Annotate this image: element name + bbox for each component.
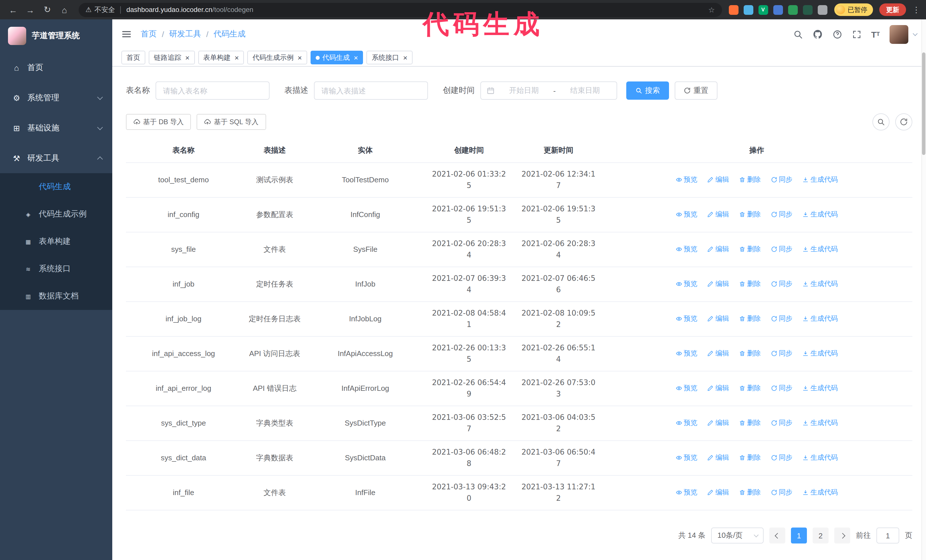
sidebar-item-2[interactable]: ⊞基础设施 [0, 113, 112, 143]
people-extension-icon[interactable] [773, 5, 783, 15]
generate-code-link[interactable]: 生成代码 [803, 452, 838, 463]
edit-link[interactable]: 编辑 [707, 417, 729, 429]
edit-link[interactable]: 编辑 [707, 313, 729, 325]
delete-link[interactable]: 删除 [739, 417, 761, 429]
tab-3[interactable]: 代码生成示例× [247, 51, 307, 64]
search-icon[interactable] [793, 29, 803, 39]
generate-code-link[interactable]: 生成代码 [803, 383, 838, 394]
sidebar-item-3[interactable]: ⚒研发工具 [0, 143, 112, 173]
security-warning[interactable]: 不安全 [95, 5, 115, 15]
fullscreen-icon[interactable] [852, 29, 861, 39]
sidebar-subitem-1[interactable]: ◈代码生成示例 [0, 201, 112, 228]
prev-page-button[interactable] [769, 528, 785, 543]
preview-link[interactable]: 预览 [676, 487, 698, 498]
tab-1[interactable]: 链路追踪× [149, 51, 195, 64]
reset-button[interactable]: 重置 [675, 82, 717, 100]
preview-link[interactable]: 预览 [676, 313, 698, 325]
sidebar-subitem-3[interactable]: ≋系统接口 [0, 255, 112, 282]
edit-link[interactable]: 编辑 [707, 383, 729, 394]
sync-link[interactable]: 同步 [771, 487, 792, 498]
preview-link[interactable]: 预览 [676, 243, 698, 255]
page-button-1[interactable]: 1 [791, 528, 807, 543]
card-extension-icon[interactable] [788, 5, 797, 15]
window-scrollbar[interactable] [921, 20, 926, 560]
next-page-button[interactable] [834, 528, 850, 543]
profile-paused-badge[interactable]: 已暂停 [834, 3, 873, 16]
browser-menu-icon[interactable]: ⋮ [912, 5, 920, 14]
preview-link[interactable]: 预览 [676, 278, 698, 290]
bookmark-star-icon[interactable]: ☆ [708, 5, 715, 14]
address-bar[interactable]: ⚠ 不安全 dashboard.yudao.iocoder.cn /tool/c… [79, 3, 722, 17]
delete-link[interactable]: 删除 [739, 278, 761, 290]
edit-link[interactable]: 编辑 [707, 452, 729, 463]
preview-link[interactable]: 预览 [676, 383, 698, 394]
close-icon[interactable]: × [185, 54, 189, 61]
tab-4-active[interactable]: 代码生成× [310, 51, 363, 64]
preview-link[interactable]: 预览 [676, 452, 698, 463]
leaf-extension-icon[interactable] [803, 5, 812, 15]
delete-link[interactable]: 删除 [739, 383, 761, 394]
edit-link[interactable]: 编辑 [707, 278, 729, 290]
generate-code-link[interactable]: 生成代码 [803, 313, 838, 325]
delete-link[interactable]: 删除 [739, 313, 761, 325]
chevron-down-icon[interactable] [913, 31, 918, 36]
forward-icon[interactable]: → [23, 5, 38, 15]
scrollbar-thumb[interactable] [922, 53, 925, 155]
goto-page-input[interactable] [876, 528, 899, 543]
sync-link[interactable]: 同步 [771, 383, 792, 394]
preview-link[interactable]: 预览 [676, 417, 698, 429]
preview-link[interactable]: 预览 [676, 348, 698, 359]
generate-code-link[interactable]: 生成代码 [803, 243, 838, 255]
sidebar-subitem-0[interactable]: 代码生成 [0, 173, 112, 201]
sidebar-item-0[interactable]: ⌂首页 [0, 53, 112, 83]
v-green-extension-icon[interactable]: V [758, 5, 768, 15]
generate-code-link[interactable]: 生成代码 [803, 174, 838, 186]
fox-extension-icon[interactable] [729, 5, 738, 15]
tab-0[interactable]: 首页 [121, 51, 145, 64]
sidebar-item-1[interactable]: ⚙系统管理 [0, 83, 112, 113]
help-icon[interactable] [832, 29, 842, 39]
edit-link[interactable]: 编辑 [707, 243, 729, 255]
close-icon[interactable]: × [354, 54, 358, 61]
close-icon[interactable]: × [235, 54, 239, 61]
delete-link[interactable]: 删除 [739, 209, 761, 220]
delete-link[interactable]: 删除 [739, 452, 761, 463]
sync-link[interactable]: 同步 [771, 417, 792, 429]
edit-link[interactable]: 编辑 [707, 487, 729, 498]
page-button-2[interactable]: 2 [813, 528, 829, 543]
puzzle-extension-icon[interactable] [817, 5, 827, 15]
breadcrumb-item-1[interactable]: 研发工具 [169, 29, 201, 39]
preview-link[interactable]: 预览 [676, 209, 698, 220]
table-name-input[interactable] [156, 82, 269, 100]
delete-link[interactable]: 删除 [739, 487, 761, 498]
edit-link[interactable]: 编辑 [707, 209, 729, 220]
close-icon[interactable]: × [298, 54, 302, 61]
preview-link[interactable]: 预览 [676, 174, 698, 186]
sidebar-toggle-icon[interactable] [121, 29, 132, 39]
delete-link[interactable]: 删除 [739, 174, 761, 186]
date-range-picker[interactable]: 开始日期 - 结束日期 [480, 82, 617, 100]
water-drop-extension-icon[interactable] [743, 5, 753, 15]
user-avatar[interactable] [890, 25, 908, 44]
home-icon[interactable]: ⌂ [57, 5, 72, 15]
toggle-search-button[interactable] [872, 113, 890, 130]
sync-link[interactable]: 同步 [771, 313, 792, 325]
breadcrumb-item-2[interactable]: 代码生成 [214, 29, 246, 39]
generate-code-link[interactable]: 生成代码 [803, 209, 838, 220]
sidebar-subitem-4[interactable]: ▥数据库文档 [0, 282, 112, 310]
refresh-table-button[interactable] [895, 113, 912, 130]
delete-link[interactable]: 删除 [739, 243, 761, 255]
tab-2[interactable]: 表单构建× [198, 51, 244, 64]
sync-link[interactable]: 同步 [771, 209, 792, 220]
back-icon[interactable]: ← [6, 5, 21, 15]
import-db-button[interactable]: 基于 DB 导入 [126, 114, 191, 130]
sync-link[interactable]: 同步 [771, 243, 792, 255]
sync-link[interactable]: 同步 [771, 174, 792, 186]
page-size-select[interactable]: 10条/页 [711, 528, 764, 543]
font-size-icon[interactable]: TT [871, 30, 880, 38]
generate-code-link[interactable]: 生成代码 [803, 417, 838, 429]
delete-link[interactable]: 删除 [739, 348, 761, 359]
search-button[interactable]: 搜索 [626, 82, 669, 100]
sync-link[interactable]: 同步 [771, 452, 792, 463]
edit-link[interactable]: 编辑 [707, 174, 729, 186]
